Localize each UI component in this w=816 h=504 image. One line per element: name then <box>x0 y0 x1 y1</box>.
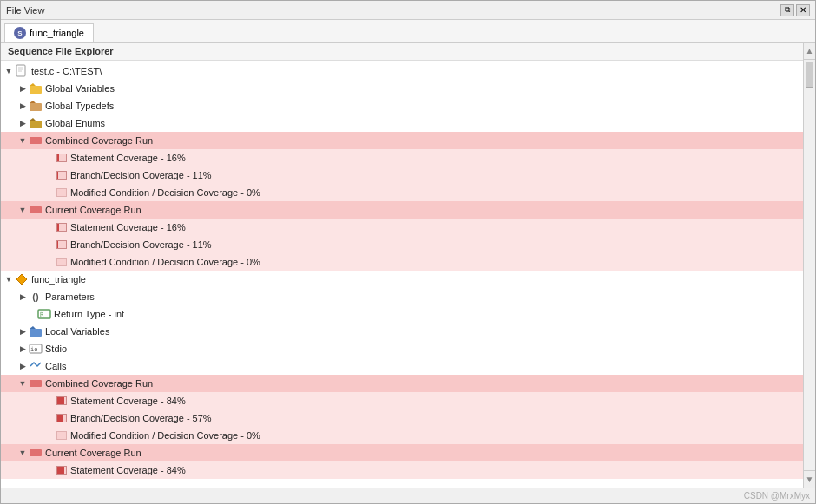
combined-cov-icon-1 <box>29 134 43 147</box>
mc-label-3: Modified Condition / Decision Coverage -… <box>70 430 260 441</box>
global-vars-label: Global Variables <box>45 83 115 94</box>
svg-marker-12 <box>16 274 27 285</box>
stmt-label-2: Statement Coverage - 16% <box>70 222 186 232</box>
tree-item-mc-1[interactable]: Modified Condition / Decision Coverage -… <box>1 184 803 201</box>
stmt-bar-4 <box>56 466 67 475</box>
expand-arrow-current-1 <box>18 206 27 214</box>
tree-item-stmt-1[interactable]: Statement Coverage - 16% <box>1 149 803 167</box>
expand-arrow-combined-2 <box>18 379 27 388</box>
tree-item-root[interactable]: test.c - C:\TEST\ <box>1 62 803 80</box>
expand-arrow-branch-3 <box>46 414 55 422</box>
current-cov-label-2: Current Coverage Run <box>45 448 141 458</box>
global-typedefs-label: Global Typedefs <box>45 101 114 111</box>
stmt-bar-2 <box>56 223 67 232</box>
local-vars-icon <box>29 324 43 338</box>
tree-item-calls[interactable]: Calls <box>1 357 803 375</box>
svg-rect-15 <box>30 329 42 337</box>
tree-item-stmt-2[interactable]: Statement Coverage - 16% <box>1 219 803 236</box>
tree-item-branch-3[interactable]: Branch/Decision Coverage - 57% <box>1 409 803 427</box>
tree-item-mc-2[interactable]: Modified Condition / Decision Coverage -… <box>1 253 803 271</box>
svg-rect-10 <box>30 137 42 144</box>
tree-item-return-type[interactable]: R Return Type - int <box>1 305 803 323</box>
func-triangle-label: func_triangle <box>31 274 86 285</box>
branch-label-1: Branch/Decision Coverage - 11% <box>70 170 212 180</box>
tree-item-combined-cov-2[interactable]: Combined Coverage Run <box>1 375 803 392</box>
tree-item-stdio[interactable]: io Stdio <box>1 340 803 357</box>
tree-item-stmt-3[interactable]: Statement Coverage - 84% <box>1 392 803 409</box>
scrollbar[interactable]: ▲ ▼ <box>803 43 815 488</box>
tree-item-global-enums[interactable]: Global Enums <box>1 115 803 132</box>
global-enums-label: Global Enums <box>45 118 105 128</box>
params-label: Parameters <box>45 291 95 302</box>
root-label: test.c - C:\TEST\ <box>31 66 102 76</box>
tree-item-func-triangle[interactable]: func_triangle <box>1 271 803 288</box>
restore-button[interactable]: ⧉ <box>780 4 794 16</box>
tree: test.c - C:\TEST\ Global Variables <box>1 61 803 481</box>
svg-marker-5 <box>30 83 36 86</box>
expand-arrow-branch-2 <box>46 240 55 249</box>
expand-arrow-current-2 <box>18 448 27 457</box>
global-vars-icon <box>29 82 43 95</box>
mc-label-1: Modified Condition / Decision Coverage -… <box>70 187 260 198</box>
expand-arrow-combined-1 <box>18 136 27 145</box>
stmt-bar-1 <box>56 154 67 162</box>
calls-label: Calls <box>45 361 66 371</box>
stmt-label-1: Statement Coverage - 16% <box>70 153 186 163</box>
params-icon: () <box>29 290 43 304</box>
mc-bar-1 <box>56 188 67 197</box>
panel-title: Sequence File Explorer <box>1 43 803 61</box>
svg-rect-11 <box>30 206 42 213</box>
stmt-label-3: Statement Coverage - 84% <box>70 396 186 406</box>
svg-marker-16 <box>30 326 36 329</box>
branch-bar-2 <box>56 240 67 249</box>
combined-cov-label-2: Combined Coverage Run <box>45 378 153 389</box>
expand-arrow-stmt-1 <box>46 154 55 162</box>
typedef-icon <box>29 99 43 113</box>
mc-bar-3 <box>56 431 67 440</box>
diamond-icon <box>15 272 29 286</box>
tree-item-branch-1[interactable]: Branch/Decision Coverage - 11% <box>1 167 803 184</box>
title-bar-text: File View <box>6 5 44 16</box>
svg-rect-6 <box>30 103 42 111</box>
stmt-label-4: Statement Coverage - 84% <box>70 465 186 475</box>
stmt-bar-3 <box>56 396 67 405</box>
branch-bar-3 <box>56 414 67 422</box>
expand-arrow-params <box>18 292 27 301</box>
expand-arrow-mc-2 <box>46 258 55 266</box>
tree-item-current-cov-1[interactable]: Current Coverage Run <box>1 201 803 219</box>
svg-rect-19 <box>30 380 42 387</box>
tree-item-stmt-4[interactable]: Statement Coverage - 84% <box>1 461 803 479</box>
mc-label-2: Modified Condition / Decision Coverage -… <box>70 257 260 267</box>
expand-arrow-branch-1 <box>46 171 55 180</box>
tree-item-combined-cov-1[interactable]: Combined Coverage Run <box>1 132 803 149</box>
expand-arrow-mc-1 <box>46 188 55 197</box>
explorer-panel[interactable]: Sequence File Explorer test.c - C:\TEST\ <box>1 43 803 488</box>
tree-item-current-cov-2[interactable]: Current Coverage Run <box>1 444 803 461</box>
svg-rect-4 <box>30 86 42 94</box>
branch-label-3: Branch/Decision Coverage - 57% <box>70 413 212 423</box>
tree-item-global-vars[interactable]: Global Variables <box>1 80 803 97</box>
expand-arrow-stmt-2 <box>46 223 55 232</box>
svg-marker-7 <box>30 101 36 103</box>
tab-bar: S func_triangle <box>1 20 815 43</box>
svg-marker-9 <box>30 118 36 121</box>
tree-item-mc-3[interactable]: Modified Condition / Decision Coverage -… <box>1 427 803 444</box>
current-cov-label-1: Current Coverage Run <box>45 205 141 215</box>
close-button[interactable]: ✕ <box>796 4 810 16</box>
tree-item-local-vars[interactable]: Local Variables <box>1 323 803 340</box>
svg-rect-8 <box>30 121 42 128</box>
expand-arrow-mc-3 <box>46 431 55 440</box>
title-bar-controls: ⧉ ✕ <box>780 4 810 16</box>
expand-arrow-root <box>4 67 13 75</box>
stdio-icon: io <box>29 342 43 356</box>
content-area: Sequence File Explorer test.c - C:\TEST\ <box>1 43 815 488</box>
expand-arrow-stmt-4 <box>46 466 55 475</box>
tree-item-branch-2[interactable]: Branch/Decision Coverage - 11% <box>1 236 803 253</box>
local-vars-label: Local Variables <box>45 326 109 337</box>
tree-item-global-typedefs[interactable]: Global Typedefs <box>1 97 803 115</box>
scrollbar-thumb[interactable] <box>806 62 813 88</box>
stdio-label: Stdio <box>45 344 67 354</box>
tree-item-parameters[interactable]: () Parameters <box>1 288 803 305</box>
file-tab[interactable]: S func_triangle <box>4 23 94 42</box>
expand-arrow-stmt-3 <box>46 396 55 405</box>
